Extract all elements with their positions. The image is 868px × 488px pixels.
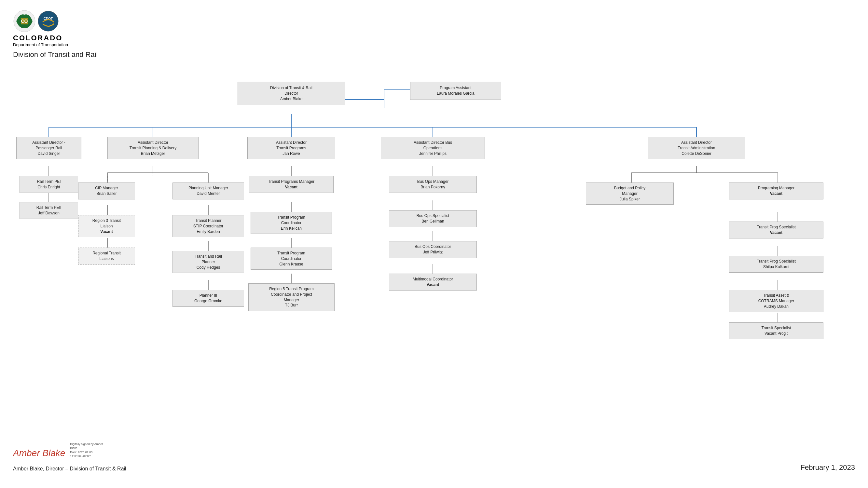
- transit-coord-erin-box: Transit Program Coordinator Erin Kelican: [251, 212, 332, 234]
- rail-peii-title: Rail Term PEII: [23, 205, 74, 210]
- program-assistant-box: Program Assistant Laura Morales Garcia: [410, 82, 501, 100]
- footer-date: February 1, 2023: [800, 463, 855, 472]
- regional-liaisons-box: Regional Transit Liaisons: [78, 248, 135, 264]
- planner3-name: George Gromke: [176, 298, 241, 304]
- bus-ops-mgr-title: Bus Ops Manager: [393, 179, 473, 185]
- coord-glenn-t2: Coordinator: [254, 256, 329, 262]
- planning-unit-mgr-t1: Planning Unit Manager: [176, 186, 241, 191]
- region5-transit-box: Region 5 Transit Program Coordinator and…: [248, 283, 335, 311]
- coord-glenn-name: Glenn Krause: [254, 262, 329, 267]
- page: CO CDOT COLORADO Department of Transport…: [0, 0, 868, 488]
- transit-admin-t2: Transit Administration: [651, 145, 742, 151]
- bus-ops-coordinator-box: Bus Ops Coordinator Jeff Prilwitz: [389, 241, 477, 258]
- transit-admin-name: Colette DeSonier: [651, 151, 742, 157]
- bus-ops-t1: Assistant Director Bus: [384, 140, 482, 145]
- cotrams-t1: Transit Asset &: [733, 293, 820, 298]
- header: CO CDOT COLORADO Department of Transport…: [13, 10, 855, 59]
- asst-passenger-rail-t2: Passenger Rail: [20, 145, 78, 151]
- cip-manager-box: CIP Manager Brian Saller: [78, 183, 135, 199]
- rail-term-pei-box: Rail Term PEI Chris Enright: [20, 176, 78, 193]
- program-assistant-name: Laura Morales Garcia: [415, 91, 496, 96]
- director-box: Division of Transit & Rail Director Ambe…: [238, 82, 345, 105]
- dot-text: Department of Transportation: [13, 42, 68, 47]
- asst-dir-passenger-rail-box: Assistant Director - Passenger Rail Davi…: [16, 137, 81, 159]
- budget-policy-mgr-box: Budget and Policy Manager Julia Spiker: [586, 183, 674, 205]
- transit-coord-glenn-box: Transit Program Coordinator Glenn Krause: [251, 248, 332, 270]
- co-logo-icon: CO: [13, 10, 36, 33]
- colorado-text: COLORADO: [13, 34, 62, 42]
- budget-t2: Manager: [589, 191, 670, 196]
- footer-label: Amber Blake, Director – Division of Tran…: [13, 466, 126, 472]
- tps-v-title: Transit Prog Specialist: [733, 225, 820, 230]
- asst-passenger-rail-t1: Assistant Director -: [20, 140, 78, 145]
- rail-pei-name: Chris Enright: [23, 185, 74, 190]
- transit-prog-spec-vacant-box: Transit Prog Specialist Vacant: [729, 222, 824, 238]
- rail-peii-name: Jeff Dawson: [23, 210, 74, 216]
- signature-name: Amber Blake: [13, 448, 65, 458]
- region3-t1: Region 3 Transit: [82, 218, 131, 224]
- cotrams-t2: COTRAMS Manager: [733, 298, 820, 304]
- director-title2: Director: [243, 91, 340, 96]
- cdot-logo-icon: CDOT: [38, 11, 59, 32]
- asst-dir-bus-ops-box: Assistant Director Bus Operations Jennif…: [381, 137, 485, 159]
- ts-v-title: Transit Specialist: [733, 325, 820, 331]
- coord-erin-t1: Transit Program: [254, 215, 329, 220]
- asst-passenger-rail-name: David Singer: [20, 151, 78, 157]
- coord-erin-name: Erin Kelican: [254, 226, 329, 231]
- cotrams-name: Audrey Dakan: [733, 304, 820, 310]
- coord-glenn-t1: Transit Program: [254, 251, 329, 256]
- bus-ops-spec-title: Bus Ops Specialist: [393, 213, 473, 219]
- transit-planner-t1: Transit Planner: [176, 218, 241, 224]
- logo-area: CO CDOT COLORADO Department of Transport…: [13, 10, 98, 59]
- transit-planner-t2: STIP Coordinator: [176, 224, 241, 229]
- bus-ops-name: Jennifer Phillips: [384, 151, 482, 157]
- multimodal-title: Multimodal Coordinator: [393, 276, 473, 282]
- transit-admin-t1: Assistant Director: [651, 140, 742, 145]
- svg-point-2: [38, 11, 58, 31]
- planner-iii-box: Planner III George Gromke: [173, 290, 244, 307]
- ts-v-name: Vacant Prog :: [733, 331, 820, 336]
- regional-t2: Liaisons: [82, 256, 131, 262]
- region5-t3: Manager: [252, 297, 331, 303]
- transit-rail-name: Cody Hedges: [176, 265, 241, 270]
- tpm-name: Vacant: [253, 185, 330, 190]
- bus-ops-coord-title: Bus Ops Coordinator: [393, 244, 473, 250]
- transit-specialist-vacant-box: Transit Specialist Vacant Prog :: [729, 322, 824, 339]
- digital-signature-text: Digitally signed by Amber Blake Date: 20…: [70, 442, 103, 458]
- tps-shilpa-title: Transit Prog Specialist: [733, 259, 820, 264]
- transit-programs-name: Jan Rowe: [251, 151, 332, 157]
- transit-planner-name: Emily Barden: [176, 229, 241, 234]
- logo-icons: CO CDOT: [13, 10, 59, 33]
- svg-text:CO: CO: [21, 19, 28, 24]
- prog-mgr-name: Vacant: [733, 191, 820, 196]
- program-assistant-title: Program Assistant: [415, 85, 496, 91]
- tps-v-name: Vacant: [733, 230, 820, 235]
- cip-mgr-name: Brian Saller: [82, 191, 131, 196]
- multimodal-coord-box: Multimodal Coordinator Vacant: [389, 273, 477, 291]
- coord-erin-t2: Coordinator: [254, 220, 329, 226]
- division-title-header: Division of Transit and Rail: [13, 51, 98, 59]
- asst-dir-transit-admin-box: Assistant Director Transit Administratio…: [648, 137, 745, 159]
- transit-prog-spec-shilpa-box: Transit Prog Specialist Shilpa Kulkarni: [729, 256, 824, 273]
- transit-planning-t2: Transit Planning & Delivery: [111, 145, 195, 151]
- region5-t1: Region 5 Transit Program: [252, 286, 331, 292]
- programming-mgr-box: Programing Manager Vacant: [729, 183, 824, 199]
- bus-ops-specialist-box: Bus Ops Specialist Ben Gellman: [389, 210, 477, 227]
- transit-planner-stip-box: Transit Planner STIP Coordinator Emily B…: [173, 215, 244, 237]
- director-title: Division of Transit & Rail: [243, 85, 340, 91]
- director-name: Amber Blake: [243, 96, 340, 102]
- asst-dir-transit-programs-box: Assistant Director Transit Programs Jan …: [247, 137, 335, 159]
- regional-t1: Regional Transit: [82, 251, 131, 256]
- cip-mgr-title: CIP Manager: [82, 186, 131, 191]
- transit-rail-t2: Planner: [176, 259, 241, 265]
- transit-programs-t2: Transit Programs: [251, 145, 332, 151]
- bus-ops-spec-name: Ben Gellman: [393, 219, 473, 224]
- asst-dir-transit-planning-box: Assistant Director Transit Planning & De…: [107, 137, 198, 159]
- bus-ops-t2: Operations: [384, 145, 482, 151]
- signature-area: Amber Blake Digitally signed by Amber Bl…: [13, 442, 855, 458]
- prog-mgr-title: Programing Manager: [733, 186, 820, 191]
- multimodal-name: Vacant: [393, 282, 473, 288]
- transit-planning-name: Brian Metzger: [111, 151, 195, 157]
- bus-ops-coord-name: Jeff Prilwitz: [393, 250, 473, 255]
- region3-liaison-box: Region 3 Transit Liaison Vacant: [78, 215, 135, 237]
